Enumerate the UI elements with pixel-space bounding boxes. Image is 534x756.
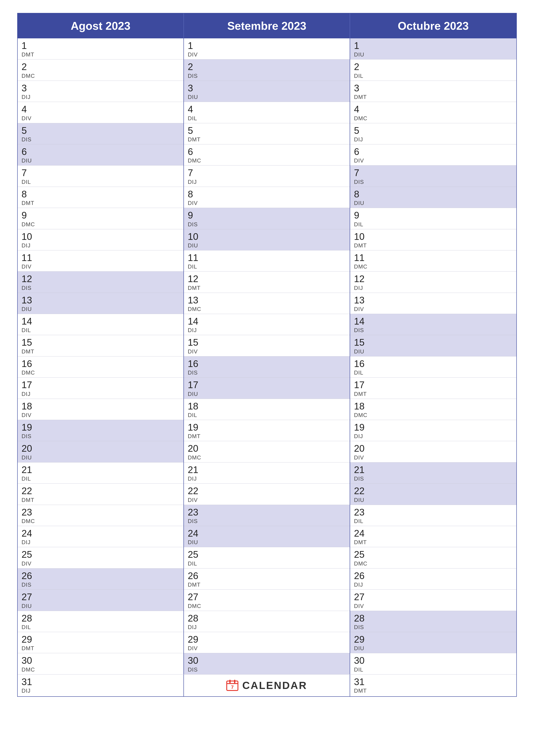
day-name: DMT <box>21 497 180 503</box>
day-cell: 30DIL <box>350 653 516 674</box>
day-name: DIV <box>354 157 513 164</box>
day-number: 10 <box>188 231 346 242</box>
day-number: 9 <box>21 210 180 221</box>
day-name: DIL <box>188 560 346 567</box>
day-number: 23 <box>21 507 180 517</box>
day-name: DIJ <box>188 624 346 631</box>
day-number: 4 <box>354 104 513 115</box>
day-name: DIL <box>188 115 346 122</box>
day-number: 4 <box>21 104 180 115</box>
day-number: 18 <box>21 401 180 411</box>
day-name: DIS <box>188 369 346 376</box>
day-number: 15 <box>354 337 513 348</box>
day-cell: 1DIV <box>184 39 350 60</box>
day-cell: 6DIU <box>18 145 184 166</box>
day-cell: 2DIL <box>350 60 516 81</box>
day-number: 20 <box>188 443 346 454</box>
footer-logo: 7 CALENDAR <box>184 675 350 696</box>
month-header-august: Agost 2023 <box>18 14 184 39</box>
day-number: 31 <box>354 677 513 687</box>
day-number: 21 <box>21 465 180 475</box>
day-name: DIJ <box>188 475 346 482</box>
day-cell: 22DIU <box>350 484 516 505</box>
day-number: 24 <box>354 528 513 539</box>
day-number: 8 <box>188 189 346 199</box>
day-name: DMC <box>188 306 346 312</box>
day-name: DIJ <box>21 94 180 100</box>
day-name: DMT <box>354 391 513 397</box>
day-number: 11 <box>354 253 513 263</box>
day-name: DIJ <box>354 285 513 291</box>
day-cell: 16DIS <box>184 357 350 378</box>
day-cell: 25DIL <box>184 547 350 568</box>
day-cell: 12DIS <box>18 272 184 293</box>
day-name: DIL <box>354 666 513 673</box>
day-cell: 23DMC <box>18 505 184 526</box>
day-number: 27 <box>188 592 346 602</box>
day-name: DIU <box>354 51 513 58</box>
day-cell: 27DIU <box>18 590 184 611</box>
day-cell: 1DMT <box>18 39 184 60</box>
day-name: DMT <box>354 688 513 694</box>
day-cell: 12DIJ <box>350 272 516 293</box>
footer-row: 31DIJ 7 CALENDAR 31DMT <box>18 674 516 696</box>
day-name: DIS <box>21 136 180 143</box>
day-cell: 23DIL <box>350 505 516 526</box>
day-name: DIL <box>188 412 346 418</box>
day-number: 19 <box>188 422 346 433</box>
day-number: 7 <box>354 168 513 178</box>
day-number: 18 <box>188 401 346 411</box>
day-cell: 17DMT <box>350 378 516 399</box>
day-cell: 7DIJ <box>184 166 350 187</box>
day-number: 30 <box>354 655 513 666</box>
day-cell: 30DIS <box>184 653 350 674</box>
day-cell: 14DIJ <box>184 314 350 335</box>
day-number: 21 <box>354 465 513 475</box>
day-number: 15 <box>21 337 180 348</box>
day-cell: 27DIV <box>350 590 516 611</box>
day-name: DIJ <box>354 433 513 440</box>
day-number: 8 <box>354 189 513 199</box>
day-cell: 5DIS <box>18 123 184 145</box>
day-cell: 29DIU <box>350 632 516 653</box>
day-name: DIJ <box>21 242 180 249</box>
day-number: 12 <box>188 274 346 284</box>
day-number: 11 <box>21 253 180 263</box>
day-cell: 6DIV <box>350 145 516 166</box>
day-name: DIL <box>354 73 513 79</box>
day-number: 30 <box>188 655 346 666</box>
day-number: 23 <box>188 507 346 517</box>
day-number: 12 <box>21 274 180 284</box>
day-number: 12 <box>354 274 513 284</box>
day-name: DIL <box>354 369 513 376</box>
day-name: DIU <box>21 454 180 461</box>
day-name: DMC <box>21 73 180 79</box>
footer-august: 31DIJ <box>18 675 184 696</box>
day-number: 19 <box>21 422 180 433</box>
day-number: 23 <box>354 507 513 517</box>
day-name: DIL <box>21 179 180 185</box>
footer-october: 31DMT <box>350 675 516 696</box>
day-cell: 21DIS <box>350 463 516 484</box>
day-cell: 6DMC <box>184 145 350 166</box>
day-number: 22 <box>21 486 180 496</box>
day-number: 6 <box>354 147 513 157</box>
day-name: DIL <box>354 518 513 525</box>
day-name: DIV <box>188 497 346 503</box>
day-name: DIS <box>354 475 513 482</box>
svg-text:7: 7 <box>231 685 234 690</box>
day-name: DIV <box>21 263 180 270</box>
day-number: 29 <box>21 634 180 645</box>
day-number: 18 <box>354 401 513 411</box>
day-number: 16 <box>354 359 513 369</box>
day-name: DIJ <box>21 688 180 694</box>
day-name: DIJ <box>354 136 513 143</box>
month-header-september: Setembre 2023 <box>184 14 350 39</box>
day-name: DMC <box>188 454 346 461</box>
day-name: DIS <box>188 666 346 673</box>
calendar-logo-icon: 7 <box>226 679 238 691</box>
day-number: 27 <box>354 592 513 602</box>
day-name: DIU <box>21 603 180 609</box>
day-number: 22 <box>354 486 513 496</box>
day-cell: 3DIU <box>184 81 350 102</box>
